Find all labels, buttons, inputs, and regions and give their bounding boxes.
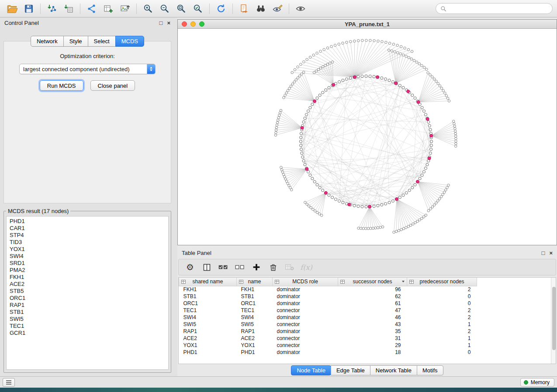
tab-node-table[interactable]: Node Table <box>291 365 331 375</box>
table-cell[interactable]: connector <box>273 307 338 314</box>
mcds-result-list[interactable]: PHD1CAR1STP4TID3YOX1SWI4SRD1PMA2FKH1ACE2… <box>6 216 169 370</box>
table-row[interactable]: YOX1YOX1connector291 <box>179 342 477 349</box>
open-session-button[interactable] <box>4 2 20 16</box>
table-cell[interactable]: 2 <box>407 307 477 314</box>
tab-select[interactable]: Select <box>88 36 116 47</box>
column-header-name[interactable]: name <box>237 278 273 286</box>
memory-button[interactable]: Memory <box>520 378 554 387</box>
network-canvas[interactable] <box>178 29 557 245</box>
table-cell[interactable]: 0 <box>407 349 477 356</box>
show-graphics-button[interactable] <box>293 2 308 16</box>
import-table-button[interactable] <box>61 2 76 16</box>
table-cell[interactable]: dominator <box>273 328 338 335</box>
table-cell[interactable]: 2 <box>407 328 477 335</box>
table-cell[interactable]: YOX1 <box>237 342 273 349</box>
search-box[interactable] <box>436 3 553 14</box>
search-network-button[interactable] <box>253 2 269 16</box>
table-cell[interactable]: SWI5 <box>237 321 273 328</box>
table-row[interactable]: ORC1ORC1dominator610 <box>179 300 477 307</box>
table-cell[interactable]: 0 <box>407 300 477 307</box>
deselect-all-button[interactable] <box>233 261 247 274</box>
close-table-panel-button[interactable]: × <box>549 250 553 256</box>
publish-document-button[interactable] <box>236 2 252 16</box>
table-cell[interactable]: 61 <box>338 300 407 307</box>
function-builder-button[interactable]: f(x) <box>299 261 313 274</box>
table-row[interactable]: ACE2ACE2connector311 <box>179 335 477 342</box>
save-session-button[interactable] <box>21 2 37 16</box>
table-cell[interactable]: ACE2 <box>237 335 273 342</box>
table-cell[interactable]: ACE2 <box>179 335 237 342</box>
import-network-button[interactable] <box>44 2 60 16</box>
apply-layout-button[interactable] <box>213 2 229 16</box>
scrollbar-thumb[interactable] <box>552 287 556 350</box>
maximize-window-button[interactable] <box>199 21 204 27</box>
result-node[interactable]: PHD1 <box>10 218 165 225</box>
column-header-mcds-role[interactable]: MCDS role <box>273 278 338 286</box>
tab-motifs[interactable]: Motifs <box>417 365 443 375</box>
network-window-titlebar[interactable]: YPA_prune.txt_1 <box>178 20 557 29</box>
tab-style[interactable]: Style <box>63 36 88 47</box>
table-row[interactable]: SWI5SWI5connector431 <box>179 321 477 328</box>
column-header-predecessor-nodes[interactable]: predecessor nodes <box>407 278 477 286</box>
tab-edge-table[interactable]: Edge Table <box>331 365 370 375</box>
table-cell[interactable]: 1 <box>407 321 477 328</box>
result-node[interactable]: ORC1 <box>10 295 165 302</box>
table-scrollbar[interactable] <box>551 278 556 364</box>
result-node[interactable]: GCR1 <box>10 330 165 337</box>
table-cell[interactable]: 35 <box>338 328 407 335</box>
new-network-button[interactable] <box>84 2 100 16</box>
result-node[interactable]: STB5 <box>10 288 165 295</box>
table-cell[interactable]: connector <box>273 342 338 349</box>
table-row[interactable]: SWI4SWI4dominator462 <box>179 314 477 321</box>
table-row[interactable]: TEC1TEC1connector472 <box>179 307 477 314</box>
close-panel-button[interactable]: Close panel <box>90 80 135 91</box>
table-cell[interactable]: ORC1 <box>237 300 273 307</box>
table-cell[interactable]: connector <box>273 321 338 328</box>
result-node[interactable]: SWI4 <box>10 253 165 260</box>
zoom-fit-button[interactable] <box>173 2 189 16</box>
table-cell[interactable]: 29 <box>338 342 407 349</box>
select-all-button[interactable] <box>216 261 230 274</box>
table-row[interactable]: PHD1PHD1dominator180 <box>179 349 477 356</box>
table-cell[interactable]: dominator <box>273 293 338 300</box>
table-cell[interactable]: RAP1 <box>179 328 237 335</box>
zoom-selected-button[interactable] <box>190 2 206 16</box>
result-node[interactable]: STB1 <box>10 309 165 316</box>
result-node[interactable]: FKH1 <box>10 274 165 281</box>
table-cell[interactable]: RAP1 <box>237 328 273 335</box>
result-node[interactable]: SWI5 <box>10 316 165 323</box>
table-cell[interactable]: SWI4 <box>179 314 237 321</box>
table-cell[interactable]: 18 <box>338 349 407 356</box>
table-cell[interactable]: TEC1 <box>237 307 273 314</box>
table-cell[interactable]: 31 <box>338 335 407 342</box>
table-cell[interactable]: PHD1 <box>237 349 273 356</box>
table-cell[interactable]: SWI4 <box>237 314 273 321</box>
table-cell[interactable]: dominator <box>273 300 338 307</box>
optimization-dropdown[interactable]: largest connected component (undirected) <box>19 64 156 74</box>
table-cell[interactable]: 2 <box>407 286 477 293</box>
result-node[interactable]: PMA2 <box>10 267 165 274</box>
table-row[interactable]: STB1STB1dominator620 <box>179 293 477 300</box>
table-cell[interactable]: 1 <box>407 335 477 342</box>
result-node[interactable]: ACE2 <box>10 281 165 288</box>
run-mcds-button[interactable]: Run MCDS <box>40 80 83 91</box>
table-cell[interactable]: STB1 <box>179 293 237 300</box>
minimize-window-button[interactable] <box>190 21 196 27</box>
table-cell[interactable]: 96 <box>338 286 407 293</box>
table-cell[interactable]: 1 <box>407 342 477 349</box>
zoom-in-button[interactable] <box>140 2 156 16</box>
table-cell[interactable]: 43 <box>338 321 407 328</box>
table-cell[interactable]: 46 <box>338 314 407 321</box>
table-cell[interactable]: YOX1 <box>179 342 237 349</box>
column-header-shared-name[interactable]: shared name <box>179 278 237 286</box>
table-cell[interactable]: 62 <box>338 293 407 300</box>
table-cell[interactable]: STB1 <box>237 293 273 300</box>
table-cell[interactable]: dominator <box>273 314 338 321</box>
result-node[interactable]: TEC1 <box>10 323 165 330</box>
tab-network-table[interactable]: Network Table <box>370 365 417 375</box>
show-columns-button[interactable] <box>200 261 214 274</box>
annotate-view-button[interactable] <box>270 2 285 16</box>
table-cell[interactable]: FKH1 <box>179 286 237 293</box>
result-node[interactable]: TID3 <box>10 239 165 246</box>
float-table-panel-button[interactable]: □ <box>542 250 545 256</box>
